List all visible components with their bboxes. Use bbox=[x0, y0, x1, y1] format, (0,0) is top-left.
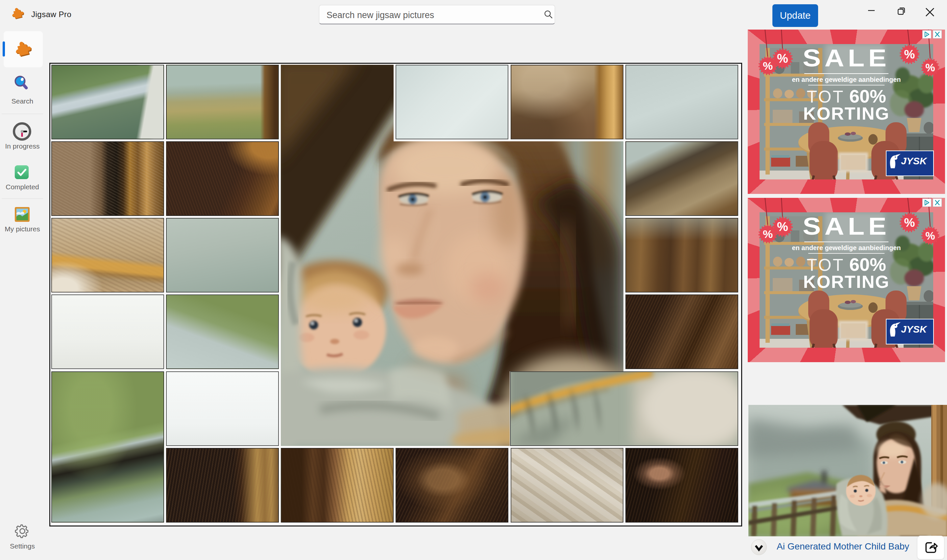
svg-text:%: % bbox=[925, 62, 935, 74]
svg-text:JYSK: JYSK bbox=[901, 155, 928, 166]
svg-text:i: i bbox=[926, 201, 927, 205]
svg-text:i: i bbox=[926, 32, 927, 37]
svg-text:%: % bbox=[925, 230, 935, 242]
svg-text:%: % bbox=[777, 52, 788, 65]
svg-text:%: % bbox=[777, 220, 788, 234]
svg-text:%: % bbox=[763, 228, 773, 240]
svg-text:%: % bbox=[763, 60, 773, 72]
svg-text:%: % bbox=[904, 216, 915, 229]
svg-text:%: % bbox=[904, 48, 915, 61]
svg-text:JYSK: JYSK bbox=[901, 324, 928, 335]
